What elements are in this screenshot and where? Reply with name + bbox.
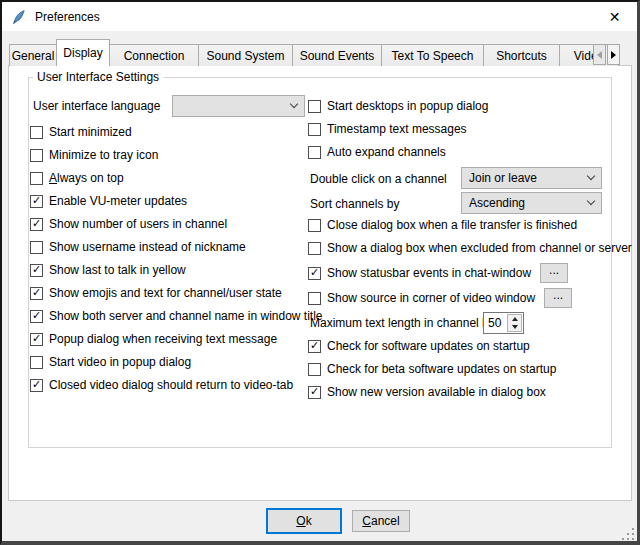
spinbox-value[interactable]: 50 [485, 314, 507, 332]
checkbox-check-beta-updates[interactable]: Check for beta software updates on start… [308, 361, 556, 377]
language-combobox[interactable] [172, 95, 305, 117]
arrow-down-icon [512, 325, 518, 329]
chevron-down-icon [290, 100, 298, 108]
chevron-down-icon [587, 197, 595, 205]
arrow-left-icon [597, 51, 602, 59]
checkbox-box[interactable]: ✓ [30, 379, 43, 392]
preferences-dialog: Preferences ✕ General Display Connection… [0, 0, 640, 545]
checkbox-close-on-transfer[interactable]: Close dialog box when a file transfer is… [308, 217, 577, 233]
checkbox-box[interactable] [30, 149, 43, 162]
app-logo-icon [11, 9, 27, 25]
checkbox-vu-meter-updates[interactable]: ✓ Enable VU-meter updates [30, 193, 187, 209]
checkbox-box[interactable] [308, 242, 321, 255]
checkbox-video-source-corner[interactable]: Show source in corner of video window ..… [308, 288, 572, 308]
checkbox-auto-expand[interactable]: Auto expand channels [308, 144, 446, 160]
checkbox-box[interactable]: ✓ [308, 340, 321, 353]
tab-connection[interactable]: Connection [109, 44, 199, 66]
max-text-length-label: Maximum text length in channel list [310, 315, 497, 331]
checkbox-box[interactable]: ✓ [308, 386, 321, 399]
cancel-button[interactable]: Cancel [352, 510, 410, 532]
tab-scroll-buttons [592, 44, 620, 65]
checkbox-show-username[interactable]: Show username instead of nickname [30, 239, 246, 255]
window-title: Preferences [35, 10, 100, 24]
checkbox-always-on-top[interactable]: Always on top [30, 170, 124, 186]
checkbox-box[interactable]: ✓ [30, 310, 43, 323]
checkbox-box[interactable] [308, 146, 321, 159]
checkbox-box[interactable] [308, 123, 321, 136]
checkbox-box[interactable]: ✓ [30, 333, 43, 346]
chevron-down-icon [587, 172, 595, 180]
tab-display[interactable]: Display [56, 39, 110, 66]
checkbox-box[interactable] [308, 363, 321, 376]
checkbox-box[interactable]: ✓ [308, 267, 321, 280]
tab-text-to-speech[interactable]: Text To Speech [381, 44, 484, 66]
checkbox-box[interactable] [30, 356, 43, 369]
checkbox-box[interactable] [30, 241, 43, 254]
checkbox-excluded-dialog[interactable]: Show a dialog box when excluded from cha… [308, 240, 632, 256]
arrow-up-icon [512, 317, 518, 321]
checkbox-box[interactable]: ✓ [30, 264, 43, 277]
checkbox-box[interactable]: ✓ [30, 287, 43, 300]
tab-sound-system[interactable]: Sound System [198, 44, 293, 66]
sort-channels-combobox[interactable]: Ascending [461, 192, 602, 214]
spin-down-button[interactable] [508, 323, 521, 331]
video-source-more-button[interactable]: ... [544, 288, 572, 308]
double-click-label: Double click on a channel [310, 171, 447, 187]
statusbar-events-more-button[interactable]: ... [540, 263, 568, 283]
checkbox-box[interactable] [308, 100, 321, 113]
checkbox-box[interactable] [308, 292, 321, 305]
tab-scroll-left-button[interactable] [593, 44, 606, 65]
checkbox-popup-text-message[interactable]: ✓ Popup dialog when receiving text messa… [30, 331, 277, 347]
max-text-length-spinbox[interactable]: 50 [483, 312, 524, 334]
tab-general[interactable]: General [9, 44, 57, 66]
double-click-combobox[interactable]: Join or leave [461, 167, 602, 189]
checkbox-video-popup[interactable]: Start video in popup dialog [30, 354, 191, 370]
tab-bar: General Display Connection Sound System … [9, 39, 623, 66]
resize-grip[interactable] [622, 528, 634, 540]
spinbox-buttons [507, 314, 522, 332]
ok-button[interactable]: Ok [266, 508, 342, 534]
close-icon: ✕ [609, 9, 621, 25]
checkbox-minimize-to-tray[interactable]: Minimize to tray icon [30, 147, 158, 163]
checkbox-box[interactable]: ✓ [30, 218, 43, 231]
checkbox-box[interactable]: ✓ [30, 195, 43, 208]
spin-up-button[interactable] [508, 315, 521, 323]
arrow-right-icon [611, 51, 616, 59]
checkbox-desktops-popup[interactable]: Start desktops in popup dialog [308, 98, 488, 114]
close-button[interactable]: ✕ [592, 2, 637, 31]
checkbox-box[interactable] [308, 219, 321, 232]
checkbox-show-user-count[interactable]: ✓ Show number of users in channel [30, 216, 227, 232]
checkbox-box[interactable] [30, 126, 43, 139]
checkbox-last-to-talk[interactable]: ✓ Show last to talk in yellow [30, 262, 186, 278]
checkbox-show-emojis[interactable]: ✓ Show emojis and text for channel/user … [30, 285, 282, 301]
checkbox-new-version-dialog[interactable]: ✓ Show new version available in dialog b… [308, 384, 546, 400]
tab-sound-events[interactable]: Sound Events [292, 44, 382, 66]
language-label: User interface language [33, 98, 160, 114]
titlebar: Preferences ✕ [2, 2, 637, 31]
sort-channels-label: Sort channels by [310, 196, 399, 212]
checkbox-box[interactable] [30, 172, 43, 185]
checkbox-closed-video-return[interactable]: ✓ Closed video dialog should return to v… [30, 377, 293, 393]
checkbox-server-channel-title[interactable]: ✓ Show both server and channel name in w… [30, 308, 323, 324]
tab-scroll-right-button[interactable] [607, 44, 620, 65]
checkbox-statusbar-events[interactable]: ✓ Show statusbar events in chat-window .… [308, 263, 568, 283]
checkbox-start-minimized[interactable]: Start minimized [30, 124, 132, 140]
tab-shortcuts[interactable]: Shortcuts [483, 44, 560, 66]
checkbox-timestamp-messages[interactable]: Timestamp text messages [308, 121, 467, 137]
checkbox-check-updates[interactable]: ✓ Check for software updates on startup [308, 338, 530, 354]
group-title: User Interface Settings [33, 70, 163, 84]
